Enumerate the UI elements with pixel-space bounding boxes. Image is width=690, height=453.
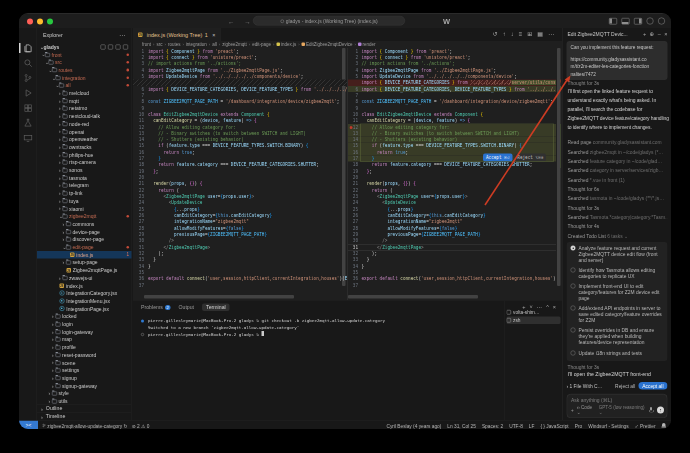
bell-icon[interactable] <box>662 423 667 428</box>
diff-action-icon-6[interactable]: ⋯ <box>548 31 554 38</box>
breadcrumb-integration[interactable]: integration <box>186 42 207 47</box>
terminal-instance-voltashim[interactable]: volta-shim… <box>507 309 561 317</box>
testing-icon[interactable] <box>23 118 33 128</box>
status-item-0[interactable]: Cyril Beslay (4 years ago) <box>386 423 441 429</box>
remote-indicator[interactable]: >< <box>19 421 38 430</box>
tree-item-tp-link[interactable]: ›tp-link <box>37 189 132 197</box>
tree-item-map[interactable]: ›map <box>37 336 132 344</box>
tree-item-commons[interactable]: ›commons <box>37 220 132 228</box>
tree-item-index.js[interactable]: JSindex.js1 <box>37 251 132 259</box>
reject-all-button[interactable]: Reject all <box>615 383 635 389</box>
tree-root-gladys[interactable]: ⌄gladys <box>37 43 132 51</box>
tree-item-integration[interactable]: ⌄integration <box>37 74 132 82</box>
tool-call-row[interactable]: Searched zigbee2mqtt in ~/code/gladys (*… <box>568 147 668 156</box>
tree-item-signup-gateway[interactable]: ›signup-gateway <box>37 382 132 390</box>
panel-tab-output[interactable]: Output <box>178 305 194 311</box>
tool-call-row[interactable]: Read page community.gladysassistant.com <box>568 138 668 147</box>
breadcrumb-all[interactable]: all <box>212 42 217 47</box>
tree-item-locked[interactable]: ›locked <box>37 313 132 321</box>
mode-selector[interactable]: ‹› Code ⌄ <box>577 405 596 416</box>
breadcrumb-render[interactable]: render <box>358 42 376 47</box>
todo-item[interactable]: Analyze feature request and current Zigb… <box>571 245 664 263</box>
accept-change-button[interactable]: Accept ⌘⏎ <box>483 153 512 161</box>
tree-item-mqtt[interactable]: ›mqtt <box>37 97 132 105</box>
cascade-header-icon-2[interactable]: – <box>658 28 661 40</box>
search-icon[interactable] <box>23 58 33 68</box>
panel-tab-terminal[interactable]: Terminal <box>202 304 230 312</box>
tree-item-routes[interactable]: ⌄routes <box>37 66 132 74</box>
left-horizontal-scrollbar[interactable] <box>144 295 294 299</box>
send-button[interactable]: ↑ <box>657 406 664 413</box>
explorer-more-icon[interactable]: ⋯ <box>119 31 126 38</box>
breadcrumb[interactable]: front›src›routes›integration›all›zigbee2… <box>133 41 562 48</box>
close-window-button[interactable] <box>27 19 33 25</box>
breadcrumb-index.js[interactable]: index.js <box>276 42 296 47</box>
reject-change-button[interactable]: Reject ⌥⌘⌫ <box>514 153 546 161</box>
tree-item-login-gateway[interactable]: ›login-gateway <box>37 328 132 336</box>
diff-action-icon-4[interactable]: ⊞ <box>527 31 532 38</box>
tree-item-IntegrationCategory.jsx[interactable]: IntegrationCategory.jsx <box>37 289 132 297</box>
tree-item-openai[interactable]: ›openai <box>37 128 132 136</box>
mic-icon[interactable] <box>649 407 653 413</box>
breadcrumb-EditZigbee2mqttDevice[interactable]: EditZigbee2mqttDevice <box>302 42 353 47</box>
cascade-header-icon-3[interactable]: × <box>664 28 667 40</box>
status-item-5[interactable]: { } JavaScript <box>540 423 568 429</box>
tree-item-device-page[interactable]: ›device-page <box>37 228 132 236</box>
minimize-window-button[interactable] <box>37 19 43 25</box>
problems-status[interactable]: ⊘ 2 ⚠ 0 <box>132 423 150 429</box>
cascade-header-icon-0[interactable]: + <box>643 28 646 40</box>
tree-item-zigbee2mqtt[interactable]: ⌄zigbee2mqtt <box>37 212 132 220</box>
todo-item[interactable]: Persist overrides in DB and ensure they'… <box>571 327 664 345</box>
zoom-window-button[interactable] <box>47 19 53 25</box>
tree-item-style[interactable]: ›style <box>37 390 132 398</box>
todo-item[interactable]: Identify how Tasmota allows editing cate… <box>571 267 664 279</box>
tree-item-IntegrationPage.jsx[interactable]: IntegrationPage.jsx <box>37 305 132 313</box>
status-item-6[interactable]: Pro <box>575 423 582 429</box>
toggle-panel-icon[interactable] <box>622 18 630 25</box>
vertical-scrollbar[interactable] <box>557 48 561 286</box>
tree-item-settings[interactable]: ›settings <box>37 366 132 374</box>
tab-close-icon[interactable]: × <box>212 32 215 38</box>
model-selector[interactable]: GPT-5 (low reasoning) ⌄ <box>599 405 646 416</box>
tree-item-rtsp-camera[interactable]: ›rtsp-camera <box>37 159 132 167</box>
remote-icon[interactable] <box>23 133 33 143</box>
cascade-header-icon-1[interactable]: ⊕ <box>650 28 655 40</box>
nav-history-arrows[interactable]: ← → <box>228 18 255 26</box>
tree-item-tasmota[interactable]: ›tasmota <box>37 174 132 182</box>
thought-line[interactable]: Thought for 3s <box>568 364 600 370</box>
tree-item-profile[interactable]: ›profile <box>37 343 132 351</box>
thought-line[interactable]: Thought for 3s <box>568 80 600 86</box>
tree-item-zwavejs-ui[interactable]: ›zwavejs-ui <box>37 274 132 282</box>
status-item-7[interactable]: Windsurf - Settings <box>588 423 629 429</box>
tab-index-js-working-tree[interactable]: JS index.js (Working Tree) 1 × <box>133 28 221 41</box>
status-item-8[interactable]: ✓ Prettier <box>635 423 656 429</box>
tree-item-all[interactable]: ⌄all <box>37 82 132 90</box>
chat-input[interactable]: Ask anything (⌘L) + ‹› Code ⌄ GPT-5 (low… <box>567 394 668 418</box>
tree-item-netatmo[interactable]: ›netatmo <box>37 105 132 113</box>
git-branch[interactable]: zigbee2mqtt-allow-update-category ↻ <box>42 423 128 429</box>
source-control-icon[interactable] <box>23 73 33 83</box>
diff-action-icon-0[interactable]: ↺ <box>493 31 498 38</box>
tree-item-tuya[interactable]: ›tuya <box>37 197 132 205</box>
account-icon[interactable] <box>658 18 665 25</box>
status-item-2[interactable]: Spaces: 2 <box>482 423 503 429</box>
tree-item-edit-page[interactable]: ⌄edit-page <box>37 243 132 251</box>
diff-pane-modified[interactable]: 1import { Component } from 'preact';2imp… <box>348 48 556 300</box>
tree-item-philips-hue[interactable]: ›philips-hue <box>37 151 132 159</box>
layout-icon[interactable] <box>647 18 654 25</box>
tree-item-scene[interactable]: ›scene <box>37 359 132 367</box>
todo-item[interactable]: Add/extend API endpoints in server to sa… <box>571 305 664 323</box>
tree-item-sonos[interactable]: ›sonos <box>37 166 132 174</box>
diff-action-icon-2[interactable]: ↓ <box>511 31 514 38</box>
tree-item-signup[interactable]: ›signup <box>37 374 132 382</box>
breadcrumb-edit-page[interactable]: edit-page <box>252 42 271 47</box>
tree-item-IntegrationMenu.jsx[interactable]: IntegrationMenu.jsx <box>37 297 132 305</box>
attach-icon[interactable]: + <box>571 407 574 412</box>
tree-item-front[interactable]: ⌄front <box>37 51 132 59</box>
status-item-3[interactable]: UTF-8 <box>509 423 523 429</box>
tree-item-melcloud[interactable]: ›melcloud <box>37 89 132 97</box>
terminal-output[interactable]: pierre-gillesleymarie@MacBook-Pro-2 glad… <box>141 318 521 338</box>
toggle-sidebar-icon[interactable] <box>609 18 617 25</box>
tree-item-index.js[interactable]: JSindex.js <box>37 282 132 290</box>
tree-item-reset-password[interactable]: ›reset-password <box>37 351 132 359</box>
